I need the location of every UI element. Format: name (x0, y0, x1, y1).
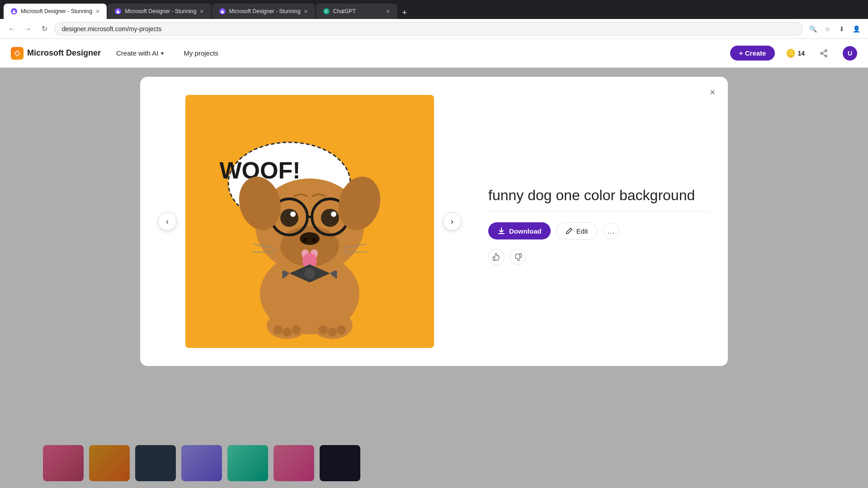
browser-profile-icon[interactable]: 👤 (850, 23, 863, 35)
tab-close-2[interactable]: × (200, 8, 203, 15)
svg-point-34 (274, 325, 283, 334)
svg-point-17 (303, 238, 307, 242)
thumbs-down-button[interactable] (510, 249, 526, 265)
image-preview-modal: × ‹ WO (140, 77, 728, 366)
svg-point-5 (825, 50, 827, 52)
logo-icon (11, 47, 24, 60)
modal-overlay: × ‹ WO (0, 68, 868, 488)
thumbs-up-icon (492, 253, 500, 261)
browser-download-icon[interactable]: ⬇ (835, 23, 848, 35)
svg-point-27 (290, 211, 296, 217)
more-options-button[interactable]: … (603, 223, 619, 239)
tab-favicon-4: C (323, 8, 330, 14)
reload-button[interactable]: ↻ (38, 23, 51, 35)
svg-line-8 (822, 51, 825, 53)
edit-label: Edit (576, 227, 588, 235)
svg-point-16 (300, 232, 320, 245)
svg-point-37 (319, 325, 328, 334)
app-name: Microsoft Designer (27, 48, 101, 58)
svg-line-9 (822, 54, 825, 56)
thumbs-down-icon (514, 253, 522, 261)
modal-right-panel: funny dog one color background Download (488, 178, 710, 265)
svg-point-26 (321, 209, 339, 227)
svg-point-25 (280, 209, 298, 227)
action-buttons: Download Edit … (488, 222, 710, 240)
address-bar: ← → ↻ 🔍 ☆ ⬇ 👤 (0, 19, 868, 39)
coins-count: 14 (797, 50, 805, 57)
svg-point-31 (304, 268, 315, 279)
tab-close-3[interactable]: × (304, 8, 308, 15)
tab-title-4: ChatGPT (333, 8, 383, 14)
svg-point-28 (331, 211, 336, 217)
edit-button[interactable]: Edit (556, 222, 598, 240)
forward-button[interactable]: → (22, 23, 34, 35)
tab-close-1[interactable]: × (96, 8, 99, 15)
chevron-right-icon: › (451, 217, 453, 226)
my-projects-link[interactable]: My projects (179, 47, 223, 60)
tab-favicon-3 (219, 8, 226, 14)
download-icon (497, 227, 505, 235)
svg-point-35 (283, 328, 292, 337)
dog-image: WOOF! (185, 95, 434, 348)
download-button[interactable]: Download (488, 222, 551, 239)
edit-icon (566, 227, 573, 235)
svg-marker-2 (221, 9, 224, 13)
new-tab-button[interactable]: + (398, 6, 411, 19)
svg-marker-1 (116, 9, 120, 13)
ellipsis-icon: … (607, 226, 615, 236)
browser-zoom-icon[interactable]: 🔍 (807, 23, 819, 35)
svg-point-6 (825, 55, 827, 57)
image-title: funny dog one color background (488, 187, 710, 211)
chevron-left-icon: ‹ (166, 217, 169, 226)
create-with-ai-button[interactable]: Create with AI ▾ (112, 47, 168, 60)
my-projects-label: My projects (184, 49, 218, 57)
next-arrow-button[interactable]: › (443, 212, 461, 230)
thumbs-up-button[interactable] (488, 249, 505, 265)
share-icon-button[interactable] (816, 45, 832, 61)
coins-area: 🪙 14 (786, 48, 805, 58)
tab-title-2: Microsoft Designer - Stunning (125, 8, 196, 14)
create-ai-label: Create with AI (116, 49, 158, 57)
create-button[interactable]: + Create (730, 46, 775, 61)
tab-favicon-1 (11, 8, 17, 14)
svg-point-39 (337, 325, 346, 334)
feedback-buttons (488, 249, 710, 265)
tab-title-1: Microsoft Designer - Stunning (21, 8, 92, 14)
svg-marker-0 (12, 9, 16, 13)
browser-tab-4[interactable]: C ChatGPT × (316, 4, 397, 19)
app-header: Microsoft Designer Create with AI ▾ My p… (0, 39, 868, 68)
chevron-down-icon: ▾ (161, 50, 164, 56)
modal-close-button[interactable]: × (704, 84, 721, 100)
browser-tab-2[interactable]: Microsoft Designer - Stunning × (108, 4, 211, 19)
browser-tab-3[interactable]: Microsoft Designer - Stunning × (212, 4, 315, 19)
logo-area: Microsoft Designer (11, 47, 101, 60)
close-icon: × (710, 87, 715, 98)
address-input[interactable] (54, 22, 803, 36)
create-button-label: + Create (739, 49, 766, 57)
browser-star-icon[interactable]: ☆ (821, 23, 834, 35)
back-button[interactable]: ← (5, 23, 18, 35)
svg-point-38 (328, 328, 337, 337)
user-avatar[interactable]: U (843, 46, 857, 61)
download-label: Download (509, 227, 542, 235)
prev-arrow-button[interactable]: ‹ (158, 212, 176, 230)
svg-point-36 (292, 325, 301, 334)
main-content: × ‹ WO (0, 68, 868, 488)
tab-favicon-2 (115, 8, 121, 14)
svg-point-7 (821, 52, 822, 54)
tab-title-3: Microsoft Designer - Stunning (229, 8, 301, 14)
svg-point-18 (312, 238, 316, 242)
tab-close-4[interactable]: × (387, 8, 390, 15)
coin-icon: 🪙 (786, 48, 796, 58)
modal-image-area: ‹ WOOF! (158, 95, 461, 348)
browser-tab-1[interactable]: Microsoft Designer - Stunning × (4, 4, 107, 19)
